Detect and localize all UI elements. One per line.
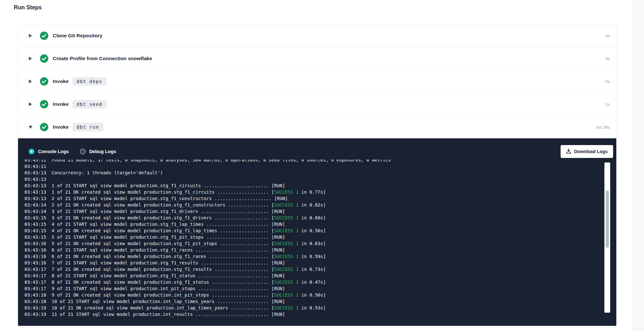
log-panel-header: Console LogsDebug LogsDownload Logs [18,138,616,160]
step-label: Clone Git Repository [53,33,102,39]
debug-logs-radio[interactable]: Debug Logs [80,149,116,154]
step-duration: 0s [605,56,610,61]
log-scrollbar-thumb[interactable] [606,190,609,248]
download-icon [566,148,571,155]
log-line: 03:43:16 6 of 21 OK created sql view mod… [24,253,602,260]
log-line: 03:43:15 4 of 21 START sql view model pr… [24,221,602,227]
radio-unselected-icon[interactable] [80,149,86,154]
step-label: Invoke [53,101,69,107]
download-logs-label: Download Logs [574,149,608,154]
step-label: Create Profile from Connection snowflake [53,56,152,61]
console-logs-radio[interactable]: Console Logs [29,149,69,154]
page-scroll-gutter[interactable] [633,0,644,331]
log-line: 03:43:14 2 of 21 OK created sql view mod… [24,202,602,208]
log-scrollbar-track[interactable] [604,162,610,313]
log-line: 03:43:17 8 of 21 OK created sql view mod… [24,279,602,285]
step-command-badge: dbt seed [72,100,106,108]
success-check-icon [40,54,48,63]
radio-label: Debug Logs [89,149,116,154]
log-line: 03:43:19 11 of 21 START sql view model p… [24,311,602,317]
success-check-icon [40,32,48,40]
step-duration: 2m 26s [596,125,610,130]
success-check-icon [40,77,48,86]
chevron-right-icon[interactable] [29,102,33,106]
step-label: Invoke [53,124,69,130]
log-line: 03:43:15 3 of 21 OK created sql view mod… [24,215,602,221]
step-row[interactable]: Create Profile from Connection snowflake… [18,47,616,70]
step-row[interactable]: Invokedbt seed1s [18,93,616,115]
run-steps-card: Clone Git Repository0sCreate Profile fro… [18,24,617,327]
step-duration: 1s [605,102,610,107]
log-line: 03:43:11 [24,163,602,170]
log-line: 03:43:16 6 of 21 START sql view model pr… [24,247,602,253]
success-check-icon [40,100,48,108]
chevron-down-icon[interactable] [29,125,33,129]
log-line: 03:43:15 4 of 21 OK created sql view mod… [24,227,602,234]
log-line: 03:43:13 2 of 21 START sql view model pr… [24,195,602,202]
log-line: 03:43:16 5 of 21 OK created sql view mod… [24,240,602,247]
download-logs-button[interactable]: Download Logs [561,145,613,158]
radio-selected-icon[interactable] [29,149,34,154]
chevron-right-icon[interactable] [29,34,33,38]
log-line: 03:43:17 8 of 21 START sql view model pr… [24,272,602,279]
log-line: 03:43:17 9 of 21 START sql view model pr… [24,285,602,292]
log-line: 03:43:16 7 of 21 START sql view model pr… [24,260,602,266]
run-steps-list: Clone Git Repository0sCreate Profile fro… [18,24,616,326]
console-log-output[interactable]: 03:43:11 Found 21 models, 17 tests, 0 sn… [18,160,602,317]
step-label: Invoke [53,78,69,84]
log-line: 03:43:13 Concurrency: 1 threads (target=… [24,170,602,176]
step-row[interactable]: Invokedbt run2m 26s [18,115,616,138]
log-line: 03:43:15 5 of 21 START sql view model pr… [24,234,602,240]
log-line: 03:43:18 9 of 21 OK created sql view mod… [24,292,602,298]
success-check-icon [40,123,48,131]
log-line: 03:43:13 1 of 21 OK created sql view mod… [24,189,602,195]
step-duration: 0s [605,33,610,38]
chevron-right-icon[interactable] [29,79,33,83]
log-line: 03:43:13 1 of 21 START sql view model pr… [24,182,602,189]
log-line: 03:43:11 Found 21 models, 17 tests, 0 sn… [24,160,602,163]
log-line: 03:43:19 10 of 21 OK created sql view mo… [24,305,602,311]
radio-label: Console Logs [38,149,69,154]
step-command-badge: dbt run [72,123,103,131]
log-line: 03:43:18 10 of 21 START sql view model p… [24,298,602,305]
log-line: 03:43:17 7 of 21 OK created sql view mod… [24,266,602,272]
step-row[interactable]: Clone Git Repository0s [18,24,616,47]
log-line: 03:43:13 [24,176,602,182]
page-title: Run Steps [14,4,42,11]
step-duration: 0s [605,79,610,84]
step-command-badge: dbt deps [72,77,106,86]
log-line: 03:43:14 3 of 21 START sql view model pr… [24,208,602,215]
chevron-right-icon[interactable] [29,57,33,60]
log-panel: Console LogsDebug LogsDownload Logs03:43… [18,138,616,326]
step-row[interactable]: Invokedbt deps0s [18,70,616,93]
console-log-lines: 03:43:11 Found 21 models, 17 tests, 0 sn… [24,160,602,317]
